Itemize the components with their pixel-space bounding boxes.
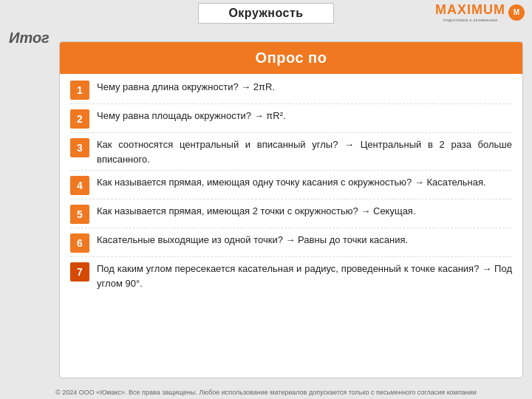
- question-row: 5Как называется прямая, имеющая 2 точки …: [70, 204, 512, 228]
- question-row: 2Чему равна площадь окружности? → πR².: [70, 109, 512, 133]
- footer: © 2024 ООО «Юмакс». Все права защищены. …: [0, 389, 532, 396]
- logo-icon: M: [508, 4, 525, 21]
- question-text: Чему равна площадь окружности? → πR².: [97, 109, 512, 123]
- itog-label: Итог: [9, 30, 50, 47]
- question-text: Как соотносятся центральный и вписанный …: [97, 137, 512, 166]
- question-number: 1: [70, 81, 89, 100]
- question-text: Касательные выходящие из одной точки? → …: [97, 233, 512, 248]
- questions-list: 1Чему равна длина окружности? → 2πR.2Чем…: [60, 74, 522, 304]
- question-number: 3: [70, 138, 89, 157]
- page-title: Окружность: [198, 3, 333, 24]
- card-header: Опрос по: [60, 42, 522, 74]
- question-number: 7: [70, 262, 89, 282]
- question-text: Как называется прямая, имеющая 2 точки с…: [97, 204, 512, 219]
- question-text: Под каким углом пересекается касательная…: [97, 262, 512, 290]
- question-row: 6Касательные выходящие из одной точки? →…: [70, 233, 512, 257]
- logo-container: MAXIMUM подготовка к экзаменам M: [435, 2, 525, 22]
- main-card: Опрос по 1Чему равна длина окружности? →…: [59, 41, 523, 378]
- logo-text: MAXIMUM: [435, 2, 505, 18]
- logo-wrapper: MAXIMUM подготовка к экзаменам: [435, 2, 505, 22]
- top-bar: Окружность MAXIMUM подготовка к экзамена…: [0, 0, 532, 27]
- question-row: 1Чему равна длина окружности? → 2πR.: [70, 80, 512, 104]
- question-number: 2: [70, 109, 89, 129]
- question-row: 7Под каким углом пересекается касательна…: [70, 262, 512, 294]
- question-number: 5: [70, 205, 89, 224]
- question-number: 6: [70, 233, 89, 253]
- question-row: 3Как соотносятся центральный и вписанный…: [70, 137, 512, 171]
- question-text: Как называется прямая, имеющая одну точк…: [97, 175, 512, 190]
- question-text: Чему равна длина окружности? → 2πR.: [97, 80, 512, 95]
- question-row: 4Как называется прямая, имеющая одну точ…: [70, 175, 512, 200]
- logo-sub: подготовка к экзаменам: [443, 18, 497, 22]
- question-number: 4: [70, 176, 89, 195]
